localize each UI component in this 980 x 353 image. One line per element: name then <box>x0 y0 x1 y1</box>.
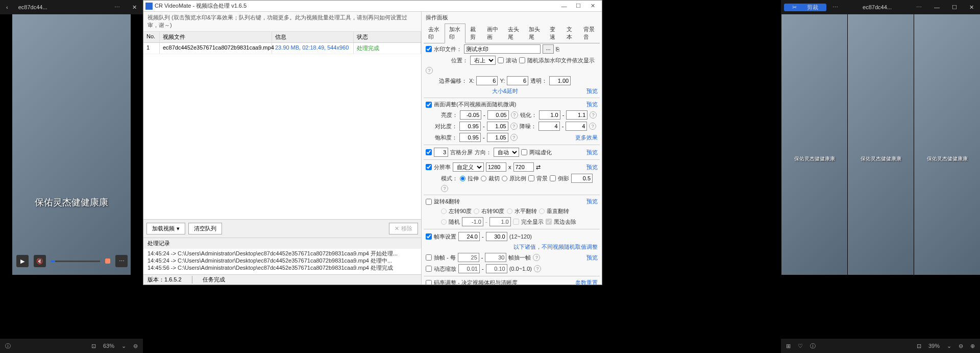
tab-add-head[interactable]: 加头尾 <box>524 23 545 43</box>
table-body[interactable]: 1 ec87dc4452e357671ca8072b9831caa9.mp4 2… <box>143 43 421 219</box>
reset-link[interactable]: 参数重置 <box>575 279 598 285</box>
y-input[interactable] <box>507 76 528 85</box>
tab-bgm[interactable]: 背景音 <box>579 23 600 43</box>
size-link[interactable]: 大小&延时 <box>492 87 518 95</box>
log-title: 处理记录 <box>143 238 421 249</box>
more-icon[interactable]: ⋯ <box>110 4 124 11</box>
clear-queue-button[interactable]: 清空队列 <box>188 223 222 234</box>
left-file-name: ec87dc44... <box>14 4 52 10</box>
table-header: No. 视频文件 信息 状态 <box>143 32 421 43</box>
tab-pip[interactable]: 画中画 <box>482 23 503 43</box>
rotate-check[interactable] <box>426 199 432 205</box>
more-fx-link[interactable]: 更多效果 <box>575 134 598 142</box>
more-button[interactable]: ⋯ <box>115 255 128 267</box>
tab-speed[interactable]: 变速 <box>545 23 562 43</box>
tab-crop[interactable]: 裁剪 <box>465 23 482 43</box>
wm-file-input[interactable] <box>464 44 541 54</box>
wm-file-check[interactable] <box>426 46 432 52</box>
version-label: 版本：1.6.5.2 <box>148 276 182 284</box>
grid-check[interactable] <box>426 149 432 155</box>
queue-hint: 视频队列 (双击预览水印&字幕效果；队列右键，功能更多。此为视频批量处理工具，请… <box>143 12 421 32</box>
res-check[interactable] <box>426 164 432 170</box>
browse-button[interactable]: ... <box>543 44 554 54</box>
preview-link[interactable]: 预览 <box>586 87 598 95</box>
chevron-down-icon[interactable]: ⌄ <box>947 343 951 349</box>
focus-icon[interactable]: ⊡ <box>917 343 921 349</box>
alpha-input[interactable] <box>549 76 571 85</box>
heart-icon[interactable]: ♡ <box>798 343 803 349</box>
rand-check[interactable] <box>519 57 525 63</box>
left-video-preview[interactable]: 保佑灵杰健健康康 <box>12 14 131 275</box>
remove-button: ✕ 移除 <box>389 223 418 234</box>
minimize-button[interactable]: — <box>557 3 571 9</box>
tab-bar: 去水印 加水印 裁剪 画中画 去头尾 加头尾 变速 文本 背景音 <box>424 23 600 43</box>
swap-icon[interactable]: ⇄ <box>536 164 541 171</box>
close-icon[interactable]: ✕ <box>965 4 978 11</box>
log-body[interactable]: 14:45:24 -> C:\Users\Administrator\Deskt… <box>143 249 421 274</box>
table-row[interactable]: 1 ec87dc4452e357671ca8072b9831caa9.mp4 2… <box>143 43 421 54</box>
maximize-button[interactable]: ☐ <box>571 3 585 9</box>
back-icon[interactable]: ‹ <box>2 4 12 10</box>
grid-icon[interactable]: ⊞ <box>786 343 791 349</box>
x-input[interactable] <box>476 76 498 85</box>
tab-remove-wm[interactable]: 去水印 <box>424 23 445 43</box>
right-file-name: ec87dc44... <box>859 4 896 10</box>
maximize-icon[interactable]: ☐ <box>948 4 961 11</box>
video-caption: 保佑灵杰健健康康 <box>35 196 108 208</box>
zoom-value: 63% <box>103 343 114 349</box>
mute-button[interactable]: 🔇 <box>34 255 46 267</box>
scroll-check[interactable] <box>498 57 504 63</box>
tab-add-wm[interactable]: 加水印 <box>445 23 465 43</box>
zoom-value: 39% <box>928 343 940 349</box>
info-icon[interactable]: ⓘ <box>5 342 11 350</box>
right-video-preview[interactable]: 保佑灵杰健健康康 保佑灵杰健健康康 保佑灵杰健健康康 <box>781 14 980 275</box>
panel-title: 操作面板 <box>424 13 600 22</box>
app-window: CR VideoMate - 视频综合处理 v1.6.5 — ☐ ✕ 视频队列 … <box>143 0 602 285</box>
more-icon[interactable]: ⋯ <box>828 4 842 11</box>
tab-trim-head[interactable]: 去头尾 <box>503 23 524 43</box>
chevron-down-icon: ▾ <box>177 225 180 232</box>
info-icon[interactable]: ⓘ <box>810 342 816 350</box>
scissors-icon: ✂ <box>788 4 801 11</box>
adj-check[interactable] <box>426 102 432 108</box>
chevron-down-icon[interactable]: ⌄ <box>121 343 126 349</box>
app-icon <box>145 3 153 10</box>
fps-check[interactable] <box>426 233 432 240</box>
minimize-icon[interactable]: — <box>930 4 944 10</box>
wm-pos-select[interactable]: 右上 <box>470 56 496 65</box>
play-button[interactable]: ▶ <box>16 255 29 267</box>
zoom-out-icon[interactable]: ⊖ <box>959 343 963 349</box>
progress-slider[interactable] <box>51 261 100 262</box>
tab-text[interactable]: 文本 <box>562 23 579 43</box>
copy-icon[interactable]: ⎘ <box>556 46 559 52</box>
preview-link[interactable]: 预览 <box>586 101 598 108</box>
load-video-button[interactable]: 加载视频▾ <box>146 223 185 234</box>
zoom-out-icon[interactable]: ⊖ <box>133 343 138 349</box>
help-icon[interactable]: ? <box>426 67 433 74</box>
task-status: 任务完成 <box>192 276 225 284</box>
window-title: CR VideoMate - 视频综合处理 v1.6.5 <box>155 2 557 10</box>
zoom-in-icon[interactable]: ⊕ <box>970 343 975 349</box>
color-thumb <box>105 258 110 264</box>
more-icon[interactable]: ⋯ <box>912 4 926 11</box>
close-icon[interactable]: ✕ <box>128 4 141 11</box>
cut-button[interactable]: ✂剪裁 <box>784 4 826 11</box>
close-button[interactable]: ✕ <box>585 3 600 9</box>
focus-icon[interactable]: ⊡ <box>91 343 96 349</box>
